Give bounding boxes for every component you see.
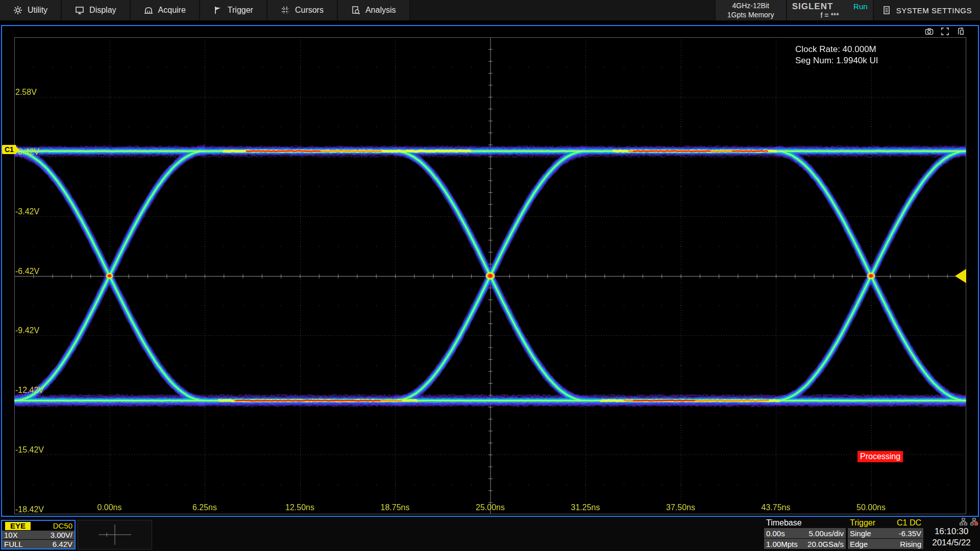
timebase-delay: 0.00s [766,529,785,538]
y-axis-tick-label: -9.42V [15,326,39,335]
x-axis-tick-label: 0.00ns [97,503,121,512]
plot-toolbar [925,27,965,36]
gear-icon [13,6,22,15]
timebase-panel[interactable]: Timebase 0.00s 5.00us/div 1.00Mpts 20.0G… [764,518,846,549]
eye-measurement-readout: Clock Rate: 40.000M Seg Num: 1.9940k UI [795,44,878,66]
run-state-indicator[interactable]: Run [853,2,868,11]
y-axis-tick-label: -6.42V [15,267,39,276]
bottom-status-bar: EYE DC50 10X 3.00V/ FULL 6.42V Timebase [0,517,980,551]
x-axis-tick-label: 6.25ns [192,503,217,512]
y-axis-tick-label: -15.42V [15,445,44,455]
system-time: 16:10:30 [925,526,978,537]
trigger-panel[interactable]: Trigger C1 DC Single -6.35V Edge Rising [848,518,923,549]
trigger-type: Edge [850,540,868,548]
eye-diagram-canvas[interactable] [14,37,966,514]
menu-utility-label: Utility [28,6,47,15]
system-settings-button[interactable]: SYSTEM SETTINGS [873,0,980,20]
trigger-level: -6.35V [899,529,921,538]
trigger-level-marker[interactable] [955,269,966,283]
timebase-row-2: 1.00Mpts 20.0GSa/s [764,539,846,549]
channel-probe-label: 10X [4,531,18,539]
timebase-sample-rate: 20.0GSa/s [807,540,844,548]
bandwidth-label: 4GHz-12Bit [732,1,769,10]
x-axis-tick-label: 43.75ns [762,503,791,512]
channel-bandwidth-label: FULL [4,540,23,548]
x-axis-tick-label: 18.75ns [381,503,410,512]
menu-display-label: Display [89,6,116,15]
y-axis-tick-label: 2.58V [15,88,37,97]
channel1-descriptor-box[interactable]: EYE DC50 10X 3.00V/ FULL 6.42V [1,520,76,549]
channel-coupling-label: DC50 [53,521,72,530]
channel-offset-row: FULL 6.42V [2,540,75,548]
timebase-scale: 5.00us/div [809,529,844,538]
clock-rate-text: Clock Rate: 40.000M [795,44,878,55]
x-axis-tick-label: 12.50ns [285,503,314,512]
clipboard-icon [882,6,891,15]
system-settings-label: SYSTEM SETTINGS [896,6,972,15]
trigger-row-1: Single -6.35V [848,528,923,538]
menu-bar-spacer [410,0,715,20]
trigger-flag-icon [213,6,223,15]
network-status-icons [925,518,978,526]
system-date: 2014/5/22 [925,537,978,548]
timebase-points: 1.00Mpts [766,540,798,548]
timebase-row-1: 0.00s 5.00us/div [764,528,846,538]
x-axis-tick-label: 50.00ns [856,503,886,512]
cursors-icon [281,6,290,15]
y-axis-tick-label: -3.42V [15,207,39,216]
menu-cursors-label: Cursors [295,6,324,15]
trigger-source: C1 DC [897,518,921,528]
lan-disconnected-icon [970,518,978,525]
seg-num-text: Seg Num: 1.9940k UI [795,55,878,66]
menu-display[interactable]: Display [62,0,130,20]
hardware-info-box: 4GHz-12Bit 1Gpts Memory [715,0,786,20]
fullscreen-icon[interactable] [941,27,949,36]
lan-icon [960,518,967,525]
frequency-counter: f = *** [787,12,873,19]
y-axis-tick-label: -0.42V [15,147,39,157]
x-axis-tick-label: 31.25ns [571,503,600,512]
timebase-title: Timebase [766,518,802,528]
brand-status-box: SIGLENT Run f = *** [786,0,873,20]
camera-icon[interactable] [925,27,934,36]
channel1-level-marker[interactable]: C1 [2,145,16,154]
menu-analysis[interactable]: Analysis [338,0,410,20]
acquire-icon [144,6,153,15]
processing-status-badge: Processing [857,451,903,462]
y-axis-tick-label: -18.42V [15,505,44,514]
display-icon [75,6,84,15]
x-axis-tick-label: 25.00ns [476,503,505,512]
trigger-slope: Rising [900,540,921,548]
menu-acquire[interactable]: Acquire [131,0,200,20]
brand-logo: SIGLENT [792,2,834,12]
trigger-mode: Single [850,529,871,538]
menu-trigger-label: Trigger [228,6,253,15]
crosshair-icon [94,523,135,546]
channel-scale-value: 3.00V/ [51,531,72,539]
analysis-icon [351,6,360,15]
memory-label: 1Gpts Memory [727,10,774,19]
trigger-title: Trigger [850,518,875,528]
menu-utility[interactable]: Utility [0,0,62,20]
oscilloscope-screen: Utility Display Acquire Tr [0,0,980,551]
channel-mode-row: EYE DC50 [2,521,75,530]
x-axis-tick-label: 37.50ns [666,503,695,512]
trigger-row-2: Edge Rising [848,539,923,549]
menu-trigger[interactable]: Trigger [200,0,267,20]
menu-acquire-label: Acquire [158,6,186,15]
channel-offset-value: 6.42V [53,540,72,548]
channel-scale-row: 10X 3.00V/ [2,531,75,539]
menu-analysis-label: Analysis [365,6,396,15]
menu-cursors[interactable]: Cursors [267,0,338,20]
channel-mode-chip: EYE [5,522,31,530]
page-flip-icon[interactable] [957,27,965,36]
top-menu-bar: Utility Display Acquire Tr [0,0,980,20]
system-status-area: 16:10:30 2014/5/22 [925,518,978,548]
position-indicator-box [78,520,152,549]
y-axis-tick-label: -12.42V [15,386,44,395]
